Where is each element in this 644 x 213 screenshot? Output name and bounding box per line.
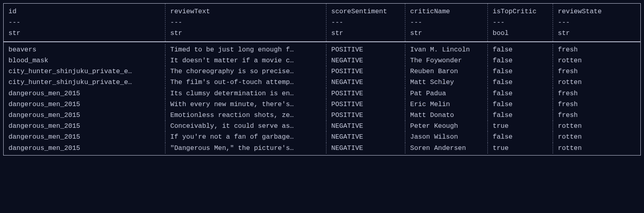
cell-reviewstate: fresh <box>553 88 619 99</box>
cell-criticname: Eric Melin <box>405 99 488 110</box>
cell-reviewtext: The film's out-of-touch attemp… <box>165 77 326 88</box>
column-header-scoresentiment: scoreSentiment --- str <box>326 4 405 41</box>
cell-reviewtext: Emotionless reaction shots, ze… <box>165 110 326 121</box>
table-row: dangerous_men_2015Conceivably, it could … <box>4 121 640 131</box>
cell-istopcritic: true <box>488 121 553 131</box>
cell-istopcritic: false <box>488 131 553 142</box>
table-row: dangerous_men_2015Its clumsy determinati… <box>4 88 640 99</box>
cell-reviewtext: With every new minute, there's… <box>165 99 326 110</box>
cell-istopcritic: false <box>488 44 553 55</box>
cell-id: city_hunter_shinjuku_private_e… <box>4 66 165 77</box>
cell-istopcritic: false <box>488 99 553 110</box>
cell-reviewtext: It doesn't matter if a movie c… <box>165 55 326 66</box>
cell-reviewstate: rotten <box>553 55 619 66</box>
column-type: bool <box>493 28 548 39</box>
table-body: beaversTimed to be just long enough f…PO… <box>4 42 640 155</box>
cell-istopcritic: true <box>488 143 553 154</box>
cell-reviewstate: fresh <box>553 66 619 77</box>
column-type: str <box>410 28 483 39</box>
cell-reviewtext: The choreography is so precise… <box>165 66 326 77</box>
column-type: str <box>331 28 400 39</box>
cell-reviewtext: Its clumsy determination is en… <box>165 88 326 99</box>
cell-criticname: Ivan M. Lincoln <box>405 44 488 55</box>
cell-reviewtext: Timed to be just long enough f… <box>165 44 326 55</box>
column-type: str <box>558 28 615 39</box>
column-type: str <box>170 28 321 39</box>
cell-scoresentiment: NEGATIVE <box>326 131 405 142</box>
table-row: city_hunter_shinjuku_private_e…The film'… <box>4 77 640 88</box>
column-name: id <box>8 6 160 17</box>
column-sep: --- <box>170 17 321 28</box>
cell-scoresentiment: NEGATIVE <box>326 77 405 88</box>
cell-reviewtext: If you're not a fan of garbage… <box>165 131 326 142</box>
column-name: reviewState <box>558 6 615 17</box>
cell-id: dangerous_men_2015 <box>4 88 165 99</box>
column-header-id: id --- str <box>4 4 165 41</box>
column-sep: --- <box>558 17 615 28</box>
cell-id: dangerous_men_2015 <box>4 110 165 121</box>
table-row: dangerous_men_2015"Dangerous Men," the p… <box>4 143 640 154</box>
column-header-reviewstate: reviewState --- str <box>553 4 619 41</box>
cell-criticname: Matt Donato <box>405 110 488 121</box>
cell-scoresentiment: POSITIVE <box>326 66 405 77</box>
table-row: city_hunter_shinjuku_private_e…The chore… <box>4 66 640 77</box>
cell-criticname: Jason Wilson <box>405 131 488 142</box>
column-sep: --- <box>493 17 548 28</box>
cell-reviewstate: fresh <box>553 110 619 121</box>
column-name: criticName <box>410 6 483 17</box>
cell-id: beavers <box>4 44 165 55</box>
cell-criticname: Matt Schley <box>405 77 488 88</box>
cell-istopcritic: false <box>488 77 553 88</box>
column-sep: --- <box>331 17 400 28</box>
table-row: dangerous_men_2015With every new minute,… <box>4 99 640 110</box>
cell-reviewstate: rotten <box>553 77 619 88</box>
cell-id: city_hunter_shinjuku_private_e… <box>4 77 165 88</box>
column-type: str <box>8 28 160 39</box>
cell-reviewstate: rotten <box>553 121 619 131</box>
table-row: beaversTimed to be just long enough f…PO… <box>4 44 640 55</box>
cell-criticname: Peter Keough <box>405 121 488 131</box>
cell-id: dangerous_men_2015 <box>4 99 165 110</box>
column-header-istopcritic: isTopCritic --- bool <box>488 4 553 41</box>
cell-id: dangerous_men_2015 <box>4 121 165 131</box>
cell-scoresentiment: POSITIVE <box>326 110 405 121</box>
table-row: dangerous_men_2015Emotionless reaction s… <box>4 110 640 121</box>
cell-istopcritic: false <box>488 55 553 66</box>
data-table: id --- str reviewText --- str scoreSenti… <box>3 3 641 156</box>
column-name: scoreSentiment <box>331 6 400 17</box>
cell-id: dangerous_men_2015 <box>4 143 165 154</box>
cell-reviewstate: rotten <box>553 131 619 142</box>
cell-istopcritic: false <box>488 66 553 77</box>
cell-scoresentiment: POSITIVE <box>326 88 405 99</box>
column-name: reviewText <box>170 6 321 17</box>
cell-istopcritic: false <box>488 110 553 121</box>
cell-scoresentiment: NEGATIVE <box>326 143 405 154</box>
column-header-reviewtext: reviewText --- str <box>165 4 326 41</box>
table-row: blood_maskIt doesn't matter if a movie c… <box>4 55 640 66</box>
column-name: isTopCritic <box>493 6 548 17</box>
cell-scoresentiment: POSITIVE <box>326 99 405 110</box>
cell-reviewstate: rotten <box>553 143 619 154</box>
cell-scoresentiment: NEGATIVE <box>326 55 405 66</box>
column-sep: --- <box>8 17 160 28</box>
table-row: dangerous_men_2015If you're not a fan of… <box>4 131 640 142</box>
table-header: id --- str reviewText --- str scoreSenti… <box>4 4 640 42</box>
cell-reviewtext: "Dangerous Men," the picture's… <box>165 143 326 154</box>
cell-scoresentiment: POSITIVE <box>326 44 405 55</box>
cell-criticname: The Foywonder <box>405 55 488 66</box>
cell-criticname: Reuben Baron <box>405 66 488 77</box>
cell-reviewtext: Conceivably, it could serve as… <box>165 121 326 131</box>
cell-istopcritic: false <box>488 88 553 99</box>
cell-id: blood_mask <box>4 55 165 66</box>
cell-scoresentiment: NEGATIVE <box>326 121 405 131</box>
column-sep: --- <box>410 17 483 28</box>
column-header-criticname: criticName --- str <box>405 4 488 41</box>
cell-id: dangerous_men_2015 <box>4 131 165 142</box>
cell-criticname: Pat Padua <box>405 88 488 99</box>
cell-reviewstate: fresh <box>553 44 619 55</box>
cell-reviewstate: fresh <box>553 99 619 110</box>
cell-criticname: Soren Andersen <box>405 143 488 154</box>
